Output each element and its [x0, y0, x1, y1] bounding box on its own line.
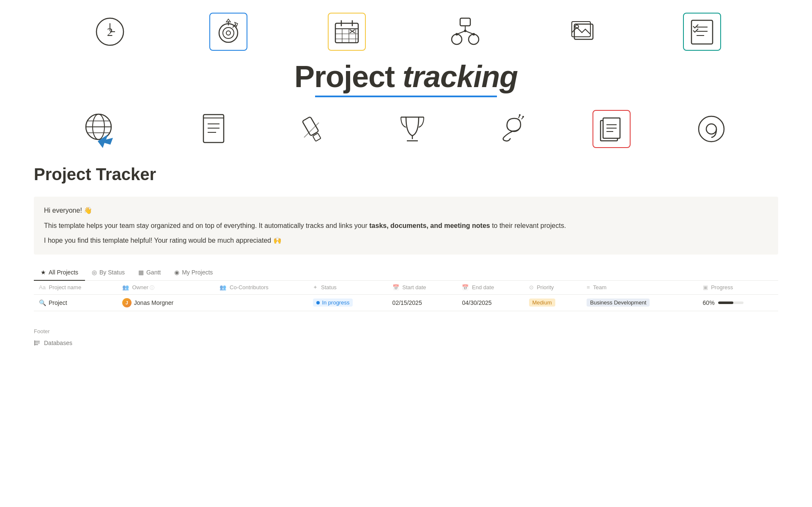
at-symbol-icon [692, 110, 730, 148]
footer-databases-item[interactable]: Databases [34, 338, 778, 348]
page-title: Project Tracker [34, 165, 778, 184]
th-icon-end-date: 📅 [462, 284, 469, 290]
checklist-icon [683, 13, 721, 51]
art-tools-icon [294, 110, 332, 148]
th-progress: ▣ Progress [698, 281, 778, 295]
clock-icon: 2 [91, 13, 129, 51]
th-status: ✦ Status [308, 281, 387, 295]
start-date-text: 02/15/2025 [392, 299, 422, 306]
owner-avatar-text: J [126, 300, 128, 305]
svg-point-58 [522, 116, 524, 118]
svg-point-23 [452, 34, 462, 44]
title-section: Project tracking [0, 59, 812, 97]
th-priority: ⊙ Priority [524, 281, 582, 295]
owner-avatar: J [122, 298, 132, 307]
tab-label-my-projects: My Projects [182, 269, 213, 276]
td-project-name: 🔍 Project [34, 294, 117, 311]
th-end-date: 📅 End date [457, 281, 524, 295]
project-table: Aa Project name 👥 Owner ⓘ 👥 Co-Contribut… [34, 281, 778, 311]
main-heading: Project tracking [0, 59, 812, 94]
databases-icon [34, 340, 41, 346]
svg-point-65 [706, 124, 716, 134]
footer-section: Footer Databases [34, 328, 778, 348]
th-start-date: 📅 Start date [387, 281, 457, 295]
svg-point-4 [219, 24, 238, 42]
table-row[interactable]: 🔍 Project J Jonas Morgner [34, 294, 778, 311]
th-icon-co-contributors: 👥 [219, 284, 226, 290]
svg-rect-48 [302, 117, 319, 136]
th-team: ≡ Team [582, 281, 697, 295]
team-badge: Business Development [587, 299, 650, 307]
svg-line-27 [465, 31, 474, 34]
svg-point-24 [469, 34, 479, 44]
title-underline [315, 96, 497, 97]
th-icon-team: ≡ [587, 284, 590, 290]
photo-stack-icon [565, 13, 603, 51]
middle-icons-row [0, 106, 812, 156]
info-line1: Hi everyone! 👋 [44, 205, 768, 216]
th-co-contributors: 👥 Co-Contributors [214, 281, 308, 295]
th-icon-owner: 👥 [122, 284, 129, 290]
snail-icon [493, 110, 531, 148]
table-wrapper: Aa Project name 👥 Owner ⓘ 👥 Co-Contribut… [34, 281, 778, 311]
end-date-text: 04/30/2025 [462, 299, 491, 306]
td-owner: J Jonas Morgner [117, 294, 215, 311]
info-line3: I hope you find this template helpful! Y… [44, 235, 768, 246]
table-header-row: Aa Project name 👥 Owner ⓘ 👥 Co-Contribut… [34, 281, 778, 295]
calendar-icon [328, 13, 366, 51]
svg-point-28 [455, 33, 458, 36]
td-progress: 60% [698, 294, 778, 311]
svg-point-30 [464, 30, 466, 32]
tab-gantt[interactable]: ▦ Gantt [132, 265, 167, 281]
td-priority: Medium [524, 294, 582, 311]
svg-point-5 [223, 27, 234, 38]
svg-line-26 [457, 31, 465, 34]
tab-my-projects[interactable]: ◉ My Projects [167, 265, 219, 281]
progress-bar-bg [718, 301, 743, 304]
th-icon-start-date: 📅 [392, 284, 399, 290]
th-owner: 👥 Owner ⓘ [117, 281, 215, 295]
tab-icon-my-projects: ◉ [174, 269, 179, 276]
status-text: In progress [322, 299, 349, 306]
info-box: Hi everyone! 👋 This template helps your … [34, 197, 778, 255]
tab-all-projects[interactable]: ★ All Projects [34, 265, 85, 281]
tab-label-gantt: Gantt [146, 269, 161, 276]
th-icon-progress: ▣ [703, 284, 708, 290]
progress-label: 60% [703, 299, 715, 306]
th-project-name: Aa Project name [34, 281, 117, 295]
progress-container: 60% [703, 299, 773, 306]
page-header: Project Tracker [0, 156, 812, 197]
flow-diagram-icon [446, 13, 484, 51]
databases-label: Databases [44, 340, 72, 346]
tabs-container: ★ All Projects ◎ By Status ▦ Gantt ◉ My … [34, 265, 778, 281]
tab-icon-all-projects: ★ [41, 269, 46, 276]
progress-bar-fill [718, 301, 733, 304]
info-line2: This template helps your team stay organ… [44, 220, 768, 231]
title-normal: Project [294, 60, 403, 93]
th-icon-status: ✦ [313, 284, 318, 290]
td-team: Business Development [582, 294, 697, 311]
tab-by-status[interactable]: ◎ By Status [85, 265, 132, 281]
status-badge: In progress [313, 299, 353, 307]
th-icon-project-name: Aa [39, 284, 46, 290]
th-owner-info: ⓘ [150, 285, 154, 290]
svg-point-56 [519, 114, 521, 116]
owner-cell: J Jonas Morgner [122, 298, 210, 307]
td-co-contributors [214, 294, 308, 311]
trophy-icon [393, 110, 431, 148]
status-dot [316, 301, 320, 304]
tab-label-all-projects: All Projects [49, 269, 78, 276]
owner-name-text: Jonas Morgner [134, 299, 173, 306]
top-icons-row: 2 [0, 0, 812, 55]
footer-label: Footer [34, 328, 778, 334]
svg-point-6 [226, 31, 230, 35]
title-italic: tracking [403, 60, 518, 93]
project-name-cell: 🔍 Project [39, 299, 112, 306]
project-name-text: Project [49, 299, 67, 306]
project-search-icon: 🔍 [39, 299, 46, 306]
document-stack-icon [593, 110, 631, 148]
th-icon-priority: ⊙ [529, 284, 534, 290]
globe-arrow-group [82, 110, 132, 148]
target-dart-icon [209, 13, 247, 51]
td-start-date: 02/15/2025 [387, 294, 457, 311]
